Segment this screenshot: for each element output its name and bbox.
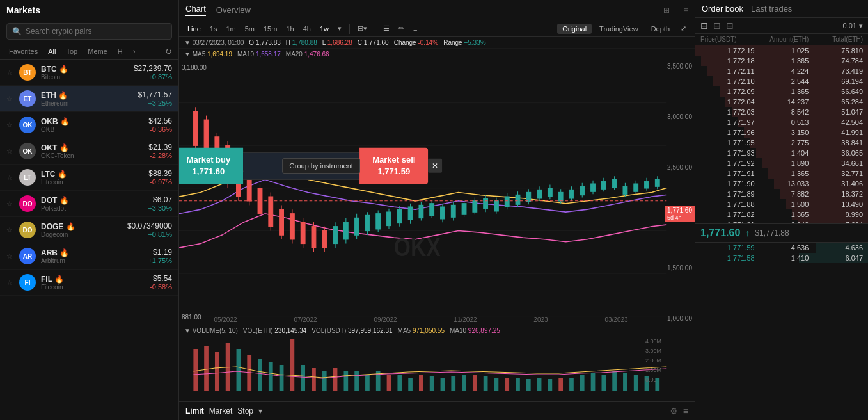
date-0: 05/2022	[214, 316, 237, 323]
tf-5m[interactable]: 5m	[242, 24, 258, 34]
bid-row-1[interactable]: 1,771.58 1.410 6.047	[695, 253, 868, 263]
ask-row-3[interactable]: 1,772.10 2.544 69.194	[695, 76, 868, 86]
coin-item-okt[interactable]: ☆ OK OKT 🔥 OKC-Token $21.39 -2.28%	[0, 138, 178, 165]
star-dot[interactable]: ☆	[6, 200, 14, 208]
ask-row-8[interactable]: 1,771.96 3.150 41.991	[695, 127, 868, 138]
star-fil[interactable]: ☆	[6, 279, 14, 287]
search-bar[interactable]: 🔍	[6, 23, 172, 40]
filter-tab-all[interactable]: All	[45, 46, 58, 56]
ask-total-10: 36.065	[809, 149, 863, 157]
coin-item-btc[interactable]: ☆ BT BTC 🔥 Bitcoin $27,239.70 +0.37%	[0, 60, 178, 86]
coin-info-eth: ETH 🔥 Ethereum	[41, 91, 133, 107]
star-okt[interactable]: ☆	[6, 147, 14, 156]
mode-original[interactable]: Original	[557, 24, 592, 34]
ob-precision-select[interactable]: 0.01 ▾	[843, 22, 863, 30]
bottom-settings-icon[interactable]: ⚙	[670, 406, 678, 416]
ask-row-14[interactable]: 1,771.89 7.882 18.372	[695, 189, 868, 199]
coin-change-arb: +1.75%	[148, 257, 172, 264]
star-arb[interactable]: ☆	[6, 252, 14, 261]
coin-item-fil[interactable]: ☆ FI FIL 🔥 Filecoin $5.54 -0.58%	[0, 270, 178, 296]
tf-dropdown[interactable]: ▾	[335, 23, 345, 34]
mode-tradingview[interactable]: TradingView	[594, 24, 643, 34]
ask-row-9[interactable]: 1,771.95 2.775 38.841	[695, 138, 868, 148]
star-doge[interactable]: ☆	[6, 226, 14, 234]
ask-row-17[interactable]: 1,771.81 0.040 7.624	[695, 220, 868, 223]
draw-icon[interactable]: ✏	[395, 23, 407, 34]
tab-chart[interactable]: Chart	[185, 4, 206, 16]
ask-row-13[interactable]: 1,771.90 13.033 31.406	[695, 179, 868, 189]
tf-1h[interactable]: 1h	[283, 24, 297, 34]
tf-15m[interactable]: 15m	[260, 24, 280, 34]
coin-item-dot[interactable]: ☆ DO DOT 🔥 Polkadot $6.07 +3.30%	[0, 191, 178, 217]
order-type-dropdown[interactable]: ▾	[258, 407, 262, 416]
mode-depth[interactable]: Depth	[646, 24, 675, 34]
order-market[interactable]: Market	[209, 407, 233, 416]
market-sell-button[interactable]: Market sell 1,771.59	[359, 148, 428, 184]
market-buy-button[interactable]: Market buy 1,771.60	[179, 148, 243, 184]
ask-row-15[interactable]: 1,771.88 1.500 10.490	[695, 199, 868, 209]
chart-grid-icon[interactable]: ⊞	[663, 6, 670, 15]
bottom-list-icon[interactable]: ≡	[683, 406, 688, 416]
coin-change-btc: +0.37%	[134, 73, 172, 81]
price-label-0: 3,500.00	[667, 63, 692, 70]
candle-icon[interactable]: ⊟▾	[354, 23, 370, 34]
ask-row-7[interactable]: 1,771.97 0.513 42.504	[695, 117, 868, 127]
coin-item-okb[interactable]: ☆ OK OKB 🔥 OKB $42.56 -0.36%	[0, 112, 178, 138]
star-ltc[interactable]: ☆	[6, 174, 14, 182]
tf-1s[interactable]: 1s	[207, 24, 221, 34]
refresh-icon[interactable]: ↻	[165, 47, 172, 56]
svg-rect-106	[301, 365, 305, 391]
coin-item-arb[interactable]: ☆ AR ARB 🔥 Arbitrum $1.19 +1.75%	[0, 243, 178, 270]
widget-close-button[interactable]: ✕	[428, 159, 442, 173]
ask-row-4[interactable]: 1,772.09 1.365 66.649	[695, 86, 868, 97]
ask-total-9: 38.841	[809, 139, 863, 147]
ask-row-6[interactable]: 1,772.03 8.542 51.047	[695, 107, 868, 117]
search-input[interactable]	[26, 27, 166, 36]
price-label-1: 3,000.00	[667, 113, 692, 120]
coin-fullname-fil: Filecoin	[41, 284, 145, 291]
candlestick-chart: OKX	[179, 60, 695, 325]
ob-tab-lasttrades[interactable]: Last trades	[751, 4, 792, 13]
chart-settings-icon[interactable]: ≡	[684, 6, 688, 15]
ask-row-0[interactable]: 1,772.19 1.025 75.810	[695, 45, 868, 56]
coin-fullname-ltc: Litecoin	[41, 179, 143, 186]
star-eth[interactable]: ☆	[6, 95, 14, 103]
order-stop[interactable]: Stop	[237, 407, 253, 416]
ask-row-12[interactable]: 1,771.91 1.365 32.771	[695, 168, 868, 179]
filter-tab-more[interactable]: H	[115, 46, 125, 56]
filter-tab-top[interactable]: Top	[63, 46, 80, 56]
coin-item-ltc[interactable]: ☆ LT LTC 🔥 Litecoin $88.39 -0.97%	[0, 165, 178, 191]
filter-tab-arrow[interactable]: ›	[130, 46, 138, 56]
bottom-bar: Limit Market Stop ▾ ⚙ ≡	[179, 401, 695, 420]
fullscreen-icon[interactable]: ⤢	[677, 23, 690, 34]
tf-4h[interactable]: 4h	[300, 24, 314, 34]
star-okb[interactable]: ☆	[6, 121, 14, 129]
bid-row-0[interactable]: 1,771.59 4.636 4.636	[695, 243, 868, 253]
tf-line[interactable]: Line	[184, 24, 204, 34]
filter-tab-favorites[interactable]: Favorites	[6, 46, 40, 56]
ask-row-11[interactable]: 1,771.92 1.890 34.661	[695, 158, 868, 168]
tf-1w[interactable]: 1w	[317, 24, 332, 34]
ask-row-16[interactable]: 1,771.82 1.365 8.990	[695, 209, 868, 220]
ask-row-1[interactable]: 1,772.18 1.365 74.784	[695, 56, 868, 66]
coin-item-doge[interactable]: ☆ DO DOGE 🔥 Dogecoin $0.07349000 +0.81%	[0, 217, 178, 243]
ask-row-10[interactable]: 1,771.93 1.404 36.065	[695, 148, 868, 158]
ob-tab-orderbook[interactable]: Order book	[702, 4, 743, 13]
settings-icon[interactable]: ≡	[410, 24, 420, 34]
tab-overview[interactable]: Overview	[216, 5, 251, 15]
svg-rect-131	[569, 378, 574, 391]
ob-view-asks[interactable]: ⊟	[713, 20, 721, 31]
ob-view-bids[interactable]: ⊟	[726, 20, 734, 31]
ask-row-5[interactable]: 1,772.04 14.237 65.284	[695, 97, 868, 107]
ask-row-2[interactable]: 1,772.11 4.224 73.419	[695, 66, 868, 76]
coin-item-eth[interactable]: ☆ ET ETH 🔥 Ethereum $1,771.57 +3.25%	[0, 86, 178, 112]
tf-1m[interactable]: 1m	[223, 24, 239, 34]
coin-icon-okt: OK	[19, 143, 36, 159]
indicator-icon[interactable]: ☰	[380, 23, 393, 34]
ob-view-both[interactable]: ⊟	[700, 20, 708, 31]
filter-tab-meme[interactable]: Meme	[85, 46, 110, 56]
order-limit[interactable]: Limit	[185, 407, 204, 416]
chart-info-bar: ▼ 03/27/2023, 01:00 O 1,773.83 H 1,780.8…	[179, 37, 695, 49]
star-btc[interactable]: ☆	[6, 69, 14, 77]
svg-rect-100	[237, 349, 241, 391]
